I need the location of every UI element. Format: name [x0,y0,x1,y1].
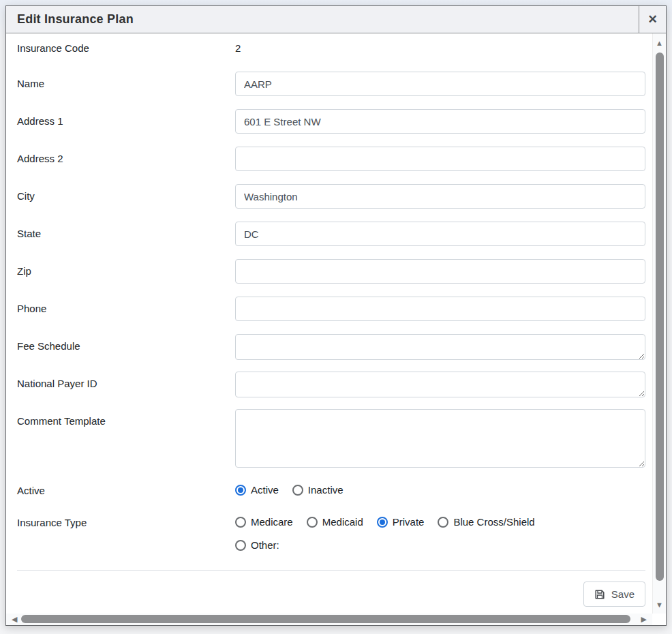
vertical-scrollbar-thumb[interactable] [656,52,664,581]
radio-option-private[interactable]: Private [377,516,425,528]
fee-schedule-label: Fee Schedule [17,334,235,353]
save-icon [594,589,605,600]
address2-input[interactable] [235,147,645,171]
horizontal-scrollbar-thumb[interactable] [21,615,630,623]
insurance-type-label: Insurance Type [17,513,235,530]
name-input[interactable] [235,72,645,96]
field-row-name: Name [17,72,645,96]
modal-body: Insurance Code 2 Name Address 1 Address … [6,33,666,625]
scroll-up-icon[interactable]: ▲ [653,40,666,47]
radio-medicare[interactable] [235,517,246,528]
radio-option-blue-cross[interactable]: Blue Cross/Shield [438,516,534,528]
save-button-label: Save [611,588,635,600]
vertical-scrollbar[interactable]: ▲ ▼ [652,33,666,614]
radio-active[interactable] [235,485,246,496]
zip-label: Zip [17,259,235,278]
address2-label: Address 2 [17,147,235,166]
scroll-right-icon[interactable]: ▶ [641,614,647,624]
radio-option-active[interactable]: Active [235,484,279,496]
save-button[interactable]: Save [583,582,645,607]
radio-option-medicaid[interactable]: Medicaid [307,516,363,528]
radio-blue-cross[interactable] [438,517,448,528]
modal-header: Edit Insurance Plan ✕ [6,6,666,33]
insurance-type-radio-group-line1: Medicare Medicaid Private Blue Cros [235,513,645,528]
active-radio-group: Active Inactive [235,481,645,496]
field-row-address1: Address 1 [17,109,645,134]
radio-private[interactable] [377,517,388,528]
radio-other-label: Other: [251,539,279,551]
radio-inactive-label: Inactive [308,484,343,496]
edit-insurance-plan-modal: Edit Insurance Plan ✕ Insurance Code 2 N… [5,5,667,626]
field-row-insurance-type: Insurance Type Medicare Medicaid [17,513,645,551]
comment-template-label: Comment Template [17,409,235,428]
close-icon: ✕ [647,12,657,27]
fee-schedule-textarea[interactable] [235,334,645,360]
scroll-down-icon[interactable]: ▼ [653,601,666,609]
field-row-phone: Phone [17,297,645,321]
address1-input[interactable] [235,109,645,134]
field-row-national-payer-id: National Payer ID [17,372,645,397]
phone-label: Phone [17,297,235,316]
radio-option-other[interactable]: Other: [235,539,279,551]
close-button[interactable]: ✕ [639,6,666,33]
modal-footer: Save [17,571,645,607]
field-row-address2: Address 2 [17,147,645,171]
address1-label: Address 1 [17,109,235,128]
state-input[interactable] [235,222,645,246]
horizontal-scrollbar[interactable]: ◀ ▶ [6,614,652,625]
field-row-active: Active Active Inactive [17,481,645,498]
radio-blue-cross-label: Blue Cross/Shield [453,516,534,528]
radio-private-label: Private [393,516,425,528]
scroll-left-icon[interactable]: ◀ [12,614,17,624]
radio-medicaid-label: Medicaid [322,516,363,528]
insurance-code-label: Insurance Code [17,42,235,55]
field-row-insurance-code: Insurance Code 2 [17,42,645,55]
field-row-fee-schedule: Fee Schedule [17,334,645,360]
field-row-state: State [17,222,645,246]
name-label: Name [17,72,235,91]
radio-inactive[interactable] [292,485,303,496]
radio-option-inactive[interactable]: Inactive [292,484,343,496]
phone-input[interactable] [235,297,645,321]
active-label: Active [17,481,235,498]
zip-input[interactable] [235,259,645,284]
field-row-comment-template: Comment Template [17,409,645,468]
city-input[interactable] [235,184,645,209]
state-label: State [17,222,235,241]
field-row-city: City [17,184,645,209]
form-content: Insurance Code 2 Name Address 1 Address … [6,33,652,614]
field-row-zip: Zip [17,259,645,284]
radio-medicaid[interactable] [307,517,318,528]
city-label: City [17,184,235,203]
national-payer-id-textarea[interactable] [235,372,645,397]
radio-other[interactable] [235,540,246,551]
radio-active-label: Active [251,484,279,496]
national-payer-id-label: National Payer ID [17,372,235,391]
insurance-type-radio-group-line2: Other: [235,536,645,551]
insurance-code-value: 2 [235,42,241,54]
radio-option-medicare[interactable]: Medicare [235,516,293,528]
comment-template-textarea[interactable] [235,409,645,468]
modal-title: Edit Insurance Plan [6,6,639,33]
radio-medicare-label: Medicare [251,516,293,528]
